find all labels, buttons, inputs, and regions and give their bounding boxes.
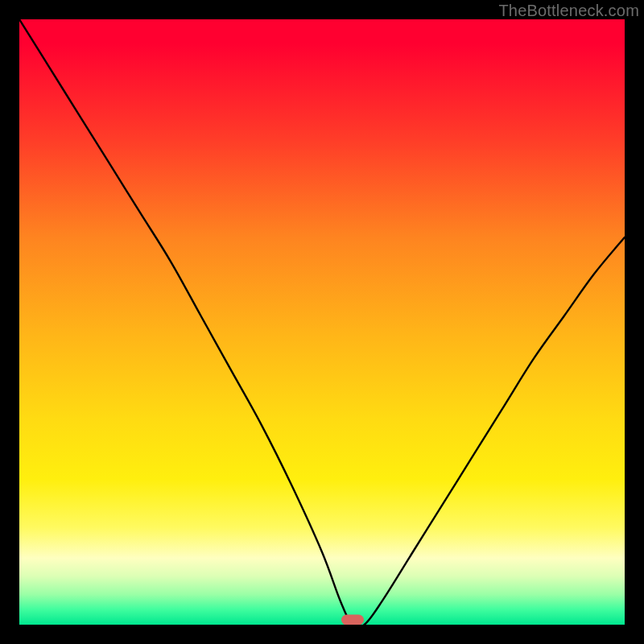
chart-frame: TheBottleneck.com (0, 0, 644, 644)
bottleneck-curve (19, 19, 625, 625)
attribution-text: TheBottleneck.com (498, 2, 639, 20)
valley-marker (341, 615, 364, 625)
plot-area (19, 19, 625, 625)
